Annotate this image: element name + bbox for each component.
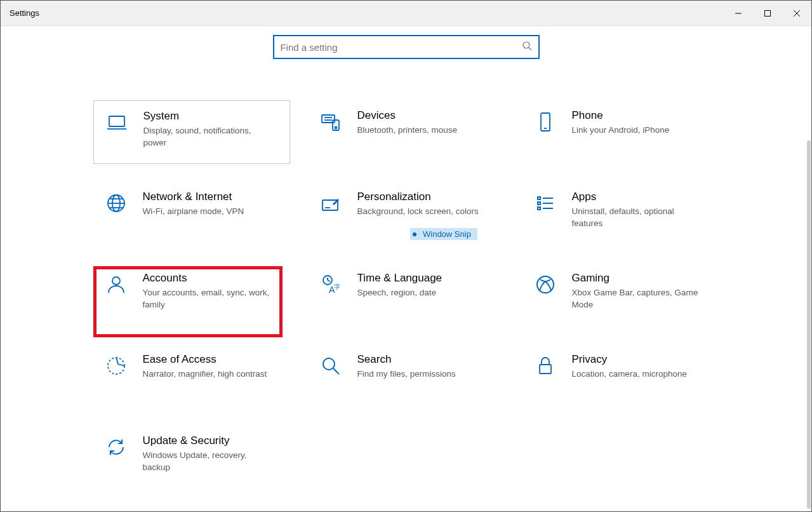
tile-title: Gaming [572,272,713,285]
tile-title: Devices [357,109,498,122]
tile-search[interactable]: Search Find my files, permissions [308,344,505,408]
svg-point-28 [112,277,120,285]
tile-title: Personalization [357,191,498,203]
tile-title: Time & Language [357,272,498,285]
tile-network[interactable]: Network & Internet Wi-Fi, airplane mode,… [93,182,290,245]
sync-icon [103,435,129,460]
tile-ease-of-access[interactable]: Ease of Access Narrator, magnifier, high… [93,344,290,408]
tile-desc: Location, camera, microphone [572,368,699,381]
svg-rect-23 [538,202,540,205]
tile-desc: Windows Update, recovery, backup [143,450,270,474]
tile-system[interactable]: System Display, sound, notifications, po… [93,100,290,164]
svg-rect-6 [109,116,124,126]
xbox-icon [533,272,558,297]
search-area [1,35,811,59]
tile-phone[interactable]: Phone Link your Android, iPhone [522,100,719,164]
tile-title: System [143,110,283,123]
svg-rect-22 [538,197,540,199]
search-box[interactable] [273,35,540,59]
search-category-icon [318,353,343,379]
tile-desc: Background, lock screen, colors [357,206,484,218]
settings-grid: System Display, sound, notifications, po… [89,100,724,489]
tile-desc: Display, sound, notifications, power [143,125,270,149]
tile-title: Phone [572,109,713,122]
svg-rect-24 [538,207,540,210]
phone-icon [533,109,558,135]
tile-desc: Bluetooth, printers, mouse [357,125,484,137]
tile-desc: Wi-Fi, airplane mode, VPN [143,206,270,218]
svg-point-35 [108,358,124,374]
scrollbar[interactable] [807,140,811,509]
tile-desc: Uninstall, defaults, optional features [572,206,699,230]
laptop-icon [104,110,130,135]
window-snip-overlay: Window Snip [410,228,477,240]
close-button[interactable] [782,1,811,26]
svg-line-37 [333,368,339,374]
search-input[interactable] [281,42,522,53]
minimize-button[interactable] [724,1,753,26]
svg-point-12 [335,127,336,129]
svg-line-31 [328,280,330,281]
tile-privacy[interactable]: Privacy Location, camera, microphone [522,344,719,408]
svg-rect-38 [540,365,551,374]
window-title: Settings [10,8,39,18]
tile-accounts[interactable]: Accounts Your accounts, email, sync, wor… [93,263,290,327]
svg-line-5 [529,48,531,50]
window-controls [724,1,811,26]
globe-icon [103,191,129,216]
tile-title: Update & Security [143,435,284,447]
tile-title: Search [357,353,498,366]
tile-desc: Speech, region, date [357,287,484,299]
tile-desc: Narrator, magnifier, high contrast [143,368,270,381]
person-icon [103,272,129,297]
tile-gaming[interactable]: Gaming Xbox Game Bar, captures, Game Mod… [522,263,719,327]
tile-apps[interactable]: Apps Uninstall, defaults, optional featu… [522,182,719,245]
paint-icon [318,191,343,216]
svg-point-4 [523,42,529,48]
snip-label: Window Snip [423,229,471,239]
tile-desc: Find my files, permissions [357,368,484,381]
tile-title: Privacy [572,353,713,366]
tile-title: Ease of Access [143,353,284,366]
tile-devices[interactable]: Devices Bluetooth, printers, mouse [308,100,505,164]
snip-dot-icon [413,232,416,236]
lock-icon [533,353,558,379]
tile-time-language[interactable]: A字 Time & Language Speech, region, date [308,263,505,327]
svg-point-34 [537,276,554,293]
tile-desc: Your accounts, email, sync, work, family [143,287,270,311]
titlebar: Settings [1,1,811,26]
svg-rect-1 [765,10,771,16]
tile-desc: Link your Android, iPhone [572,125,699,137]
maximize-button[interactable] [753,1,782,26]
tile-title: Network & Internet [143,191,284,203]
devices-icon [318,109,343,135]
tile-title: Apps [572,191,713,203]
search-icon [522,41,532,53]
svg-point-36 [323,358,335,370]
svg-text:字: 字 [334,283,340,290]
apps-icon [533,191,558,216]
tile-desc: Xbox Game Bar, captures, Game Mode [572,287,699,311]
ease-of-access-icon [103,353,129,379]
time-language-icon: A字 [318,272,343,297]
tile-update-security[interactable]: Update & Security Windows Update, recove… [93,426,290,489]
tile-title: Accounts [143,272,284,285]
